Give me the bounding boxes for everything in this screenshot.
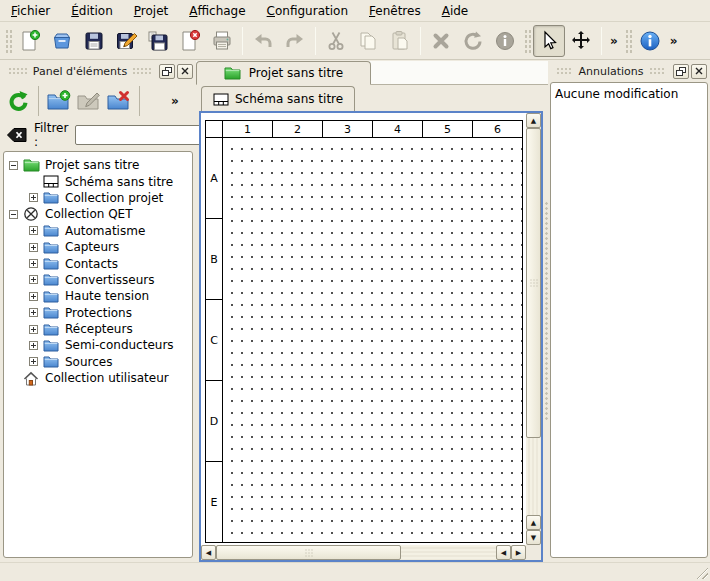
close-document-button[interactable]: [174, 25, 206, 57]
toolbar-drag-handle[interactable]: [523, 28, 531, 54]
diagram-tab[interactable]: Schéma sans titre: [201, 86, 355, 111]
menu-bar: Fichier Édition Projet Affichage Configu…: [0, 0, 710, 22]
tree-item-semi-conducteurs[interactable]: Semi-conducteurs: [6, 337, 190, 353]
open-document-button[interactable]: [46, 25, 78, 57]
toolbar-overflow-button[interactable]: »: [666, 34, 682, 48]
reload-collections-button[interactable]: [3, 86, 33, 116]
selection-mode-button[interactable]: [533, 25, 565, 57]
tree-item-sources[interactable]: Sources: [6, 354, 190, 370]
expand-icon[interactable]: [29, 292, 38, 301]
expand-icon[interactable]: [29, 275, 38, 284]
scroll-up-button[interactable]: ▲: [526, 113, 541, 128]
menu-fichier[interactable]: Fichier: [2, 2, 59, 20]
expand-icon[interactable]: [29, 226, 38, 235]
menu-affichage[interactable]: Affichage: [180, 2, 254, 20]
toolbar-drag-handle[interactable]: [624, 28, 632, 54]
float-panel-button[interactable]: [673, 64, 689, 79]
element-info-button[interactable]: [489, 25, 521, 57]
undo-history-list[interactable]: Aucune modification: [550, 82, 708, 558]
toolbar-separator: [601, 27, 602, 55]
rotate-button[interactable]: [457, 25, 489, 57]
home-icon: [22, 370, 40, 386]
scroll-left-button[interactable]: ◀: [496, 545, 511, 560]
print-button[interactable]: [206, 25, 238, 57]
toolbar-drag-handle[interactable]: [4, 28, 12, 54]
tree-item-automatisme[interactable]: Automatisme: [6, 223, 190, 239]
delete-button[interactable]: [425, 25, 457, 57]
tree-item-contacts[interactable]: Contacts: [6, 255, 190, 271]
tree-item-capteurs[interactable]: Capteurs: [6, 239, 190, 255]
redo-button[interactable]: [279, 25, 311, 57]
clear-filter-button[interactable]: [6, 127, 27, 143]
edit-category-button[interactable]: [74, 86, 104, 116]
tree-item-recepteurs[interactable]: Récepteurs: [6, 321, 190, 337]
scroll-up-button[interactable]: ▲: [526, 515, 541, 530]
horizontal-scroll-thumb[interactable]: [216, 545, 401, 560]
save-as-button[interactable]: [110, 25, 142, 57]
elements-panel-toolbar: »: [0, 81, 196, 121]
float-icon: [676, 67, 686, 76]
scroll-left-button[interactable]: ◀: [201, 545, 216, 560]
expand-icon[interactable]: [29, 325, 38, 334]
vertical-scrollbar[interactable]: ▲ ▲ ▼: [526, 113, 541, 545]
new-document-button[interactable]: [14, 25, 46, 57]
close-icon: [695, 67, 703, 75]
tree-item-collection-utilisateur[interactable]: Collection utilisateur: [6, 370, 190, 386]
vertical-scroll-track[interactable]: [526, 438, 541, 515]
expand-icon[interactable]: [29, 308, 38, 317]
menu-fenetres[interactable]: Fenêtres: [360, 2, 430, 20]
scroll-down-button[interactable]: ▼: [526, 530, 541, 545]
save-as-icon: [114, 29, 138, 53]
copy-button[interactable]: [352, 25, 384, 57]
dot-grid[interactable]: [223, 138, 523, 543]
cursor-arrow-icon: [537, 29, 561, 53]
collapse-icon[interactable]: [9, 161, 18, 170]
close-panel-button[interactable]: [177, 64, 193, 79]
project-tab[interactable]: Projet sans titre: [196, 61, 371, 85]
diagram-canvas[interactable]: 1 2 3 4 5 6 A B C D: [201, 113, 526, 545]
tree-item-collection-qet[interactable]: Collection QET: [6, 206, 190, 222]
horizontal-scrollbar[interactable]: ◀ ◀ ▶: [201, 545, 526, 560]
tree-item-protections[interactable]: Protections: [6, 305, 190, 321]
scroll-grip: [304, 548, 313, 557]
resize-grip[interactable]: [695, 566, 708, 579]
menu-aide[interactable]: Aide: [433, 2, 478, 20]
vertical-scroll-thumb[interactable]: [526, 128, 541, 438]
scroll-right-button[interactable]: ▶: [511, 545, 526, 560]
menu-projet[interactable]: Projet: [125, 2, 177, 20]
cut-button[interactable]: [320, 25, 352, 57]
tree-item-diagram[interactable]: Schéma sans titre: [6, 173, 190, 189]
collapse-icon[interactable]: [9, 210, 18, 219]
undo-button[interactable]: [247, 25, 279, 57]
close-panel-button[interactable]: [691, 64, 707, 79]
expand-icon[interactable]: [29, 357, 38, 366]
elements-panel-titlebar[interactable]: Panel d'éléments: [0, 61, 196, 81]
delete-category-button[interactable]: [104, 86, 134, 116]
save-button[interactable]: [78, 25, 110, 57]
new-category-button[interactable]: [44, 86, 74, 116]
move-icon: [569, 29, 593, 53]
toolbar-overflow-button[interactable]: »: [606, 34, 622, 48]
expand-icon[interactable]: [29, 243, 38, 252]
tree-item-project[interactable]: Projet sans titre: [6, 157, 190, 173]
collections-tree[interactable]: Projet sans titre Schéma sans titre Coll…: [3, 151, 193, 558]
menu-edition[interactable]: Édition: [62, 2, 122, 20]
tree-item-collection-projet[interactable]: Collection projet: [6, 190, 190, 206]
cut-icon: [324, 29, 348, 53]
expand-icon[interactable]: [29, 341, 38, 350]
tree-item-convertisseurs[interactable]: Convertisseurs: [6, 272, 190, 288]
pan-mode-button[interactable]: [565, 25, 597, 57]
undo-panel-titlebar[interactable]: Annulations: [548, 61, 710, 81]
panel-toolbar-overflow-button[interactable]: »: [167, 94, 183, 108]
menu-configuration[interactable]: Configuration: [258, 2, 357, 20]
tree-item-haute-tension[interactable]: Haute tension: [6, 288, 190, 304]
paste-button[interactable]: [384, 25, 416, 57]
expand-icon[interactable]: [29, 259, 38, 268]
float-panel-button[interactable]: [159, 64, 175, 79]
horizontal-scroll-track[interactable]: [401, 545, 496, 560]
undo-list-item[interactable]: Aucune modification: [555, 85, 703, 102]
folder-icon: [42, 239, 60, 255]
expand-icon[interactable]: [29, 193, 38, 202]
about-qet-button[interactable]: [634, 25, 666, 57]
save-all-button[interactable]: [142, 25, 174, 57]
